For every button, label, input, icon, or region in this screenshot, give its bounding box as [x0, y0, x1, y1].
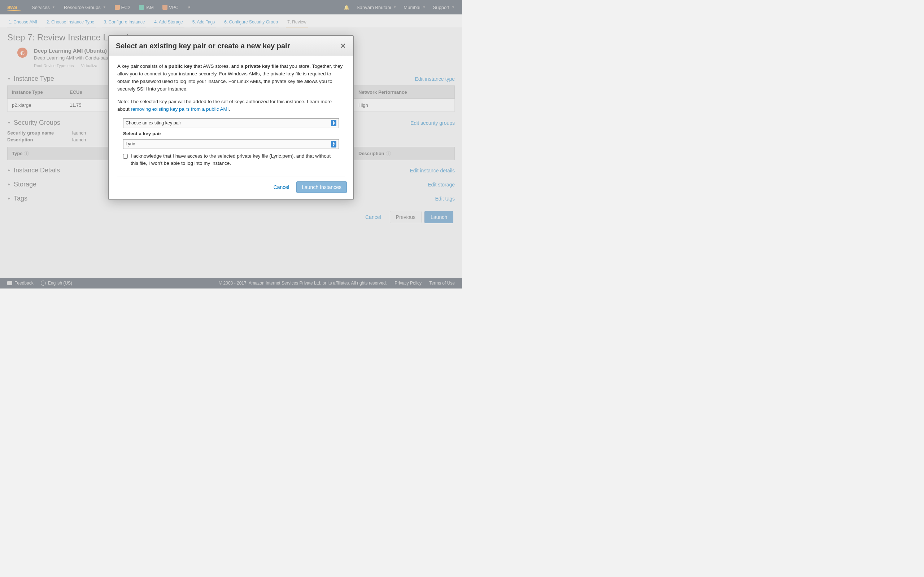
remove-keypair-link[interactable]: removing existing key pairs from a publi… — [131, 106, 229, 112]
chevron-updown-icon: ▲▼ — [331, 141, 336, 148]
modal-title: Select an existing key pair or create a … — [116, 42, 290, 50]
keypair-modal: Select an existing key pair or create a … — [108, 35, 354, 200]
keypair-mode-select[interactable]: Choose an existing key pair ▲▼ — [123, 118, 339, 128]
modal-cancel-button[interactable]: Cancel — [270, 181, 293, 193]
close-icon[interactable]: ✕ — [340, 42, 346, 50]
select-keypair-label: Select a key pair — [123, 130, 339, 138]
keypair-select[interactable]: Lyric ▲▼ — [123, 139, 339, 149]
modal-description-2: Note: The selected key pair will be adde… — [117, 98, 345, 113]
modal-description-1: A key pair consists of a public key that… — [117, 63, 345, 93]
modal-launch-instances-button[interactable]: Launch Instances — [296, 181, 347, 193]
chevron-updown-icon: ▲▼ — [331, 120, 336, 126]
acknowledge-text: I acknowledge that I have access to the … — [131, 153, 339, 167]
acknowledge-checkbox[interactable] — [123, 154, 128, 159]
